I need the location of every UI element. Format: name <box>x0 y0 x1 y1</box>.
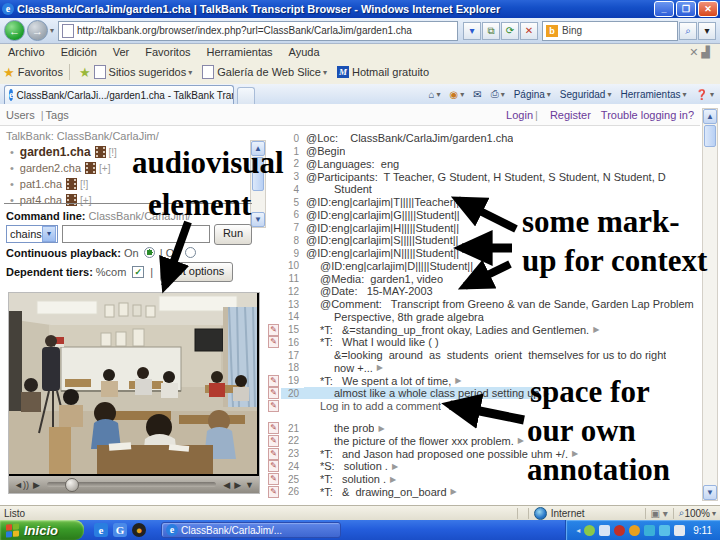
tray-messenger-icon[interactable] <box>659 525 670 536</box>
minimize-button[interactable]: _ <box>654 1 674 17</box>
restore-button[interactable]: ❐ <box>676 1 696 17</box>
address-dropdown-button[interactable]: ▾ <box>463 22 481 40</box>
zoom-level[interactable]: 100% <box>684 508 710 519</box>
edit-comment-icon[interactable]: ✎ <box>268 375 279 387</box>
address-input[interactable]: http://talkbank.org/browser/index.php?ur… <box>58 21 458 41</box>
tray-antivirus-icon[interactable] <box>614 525 625 536</box>
toplink-tags[interactable]: Tags <box>46 109 69 121</box>
play-segment-icon[interactable]: ▶ <box>392 462 398 471</box>
page-scrollbar[interactable]: ▲ ▼ <box>702 108 718 501</box>
file-marker[interactable]: [+] <box>99 163 110 174</box>
feeds-icon[interactable]: ◉▾ <box>450 89 465 100</box>
set-options-button[interactable]: Set options <box>160 262 233 282</box>
film-icon[interactable] <box>66 178 77 190</box>
edit-comment-icon[interactable]: ✎ <box>268 324 279 336</box>
edit-comment-icon[interactable]: ✎ <box>268 400 279 412</box>
run-button[interactable]: Run <box>214 224 252 245</box>
edit-comment-icon[interactable]: ✎ <box>268 422 279 434</box>
video-player[interactable]: ◄)) ▶ ◀ ▶ ▼ <box>8 292 260 494</box>
stop-button[interactable]: ✕ <box>520 22 538 40</box>
film-icon[interactable] <box>95 146 106 158</box>
scroll-down-icon[interactable]: ▼ <box>703 485 717 500</box>
scroll-down-icon[interactable]: ▼ <box>251 212 265 227</box>
favorites-label[interactable]: Favoritos <box>18 66 63 78</box>
auth-link[interactable]: Register <box>550 109 591 121</box>
add-favorite-star-icon[interactable]: ★ <box>79 65 91 80</box>
scroll-thumb[interactable] <box>704 125 716 147</box>
menu-item-edición[interactable]: Edición <box>53 46 105 58</box>
new-tab-button[interactable] <box>237 87 255 104</box>
edit-comment-icon[interactable]: ✎ <box>268 486 279 498</box>
film-icon[interactable] <box>66 194 77 206</box>
refresh-button[interactable]: ⟳ <box>501 22 519 40</box>
seek-thumb[interactable] <box>65 478 79 492</box>
tab-active[interactable]: e ClassBank/CarlaJi.../garden1.cha - Tal… <box>4 85 234 104</box>
tray-network-icon[interactable] <box>644 525 655 536</box>
step-forward-icon[interactable]: ▶ <box>234 480 241 490</box>
film-icon[interactable] <box>85 162 96 174</box>
search-input[interactable]: b Bing <box>542 21 678 41</box>
mute-icon[interactable]: ◄)) <box>14 480 29 490</box>
commandbar-herramientas[interactable]: Herramientas▾ <box>620 89 686 100</box>
commandbar-página[interactable]: Página▾ <box>514 89 551 100</box>
start-button[interactable]: Inicio <box>0 520 84 540</box>
video-seek-slider[interactable] <box>47 482 216 487</box>
on-radio[interactable] <box>144 247 155 258</box>
edit-comment-icon[interactable]: ✎ <box>268 387 279 399</box>
browser-quicklaunch-icon[interactable]: G <box>113 523 127 537</box>
close-button[interactable]: ✕ <box>698 1 718 17</box>
edit-comment-icon[interactable]: ✎ <box>268 473 279 485</box>
tray-monitor-icon[interactable] <box>674 525 685 536</box>
menu-item-ver[interactable]: Ver <box>105 46 138 58</box>
step-back-icon[interactable]: ◀ <box>223 480 230 490</box>
nav-history-dropdown-icon[interactable]: ▾ <box>50 26 54 35</box>
play-segment-icon[interactable]: ▶ <box>378 424 384 433</box>
edit-comment-icon[interactable]: ✎ <box>268 435 279 447</box>
favorites-item[interactable]: Galería de Web Slice▾ <box>202 65 327 79</box>
taskbar-task-button[interactable]: e ClassBank/CarlaJim/... <box>161 522 341 538</box>
play-segment-icon[interactable]: ▶ <box>593 325 599 334</box>
home-icon[interactable]: ⌂▾ <box>428 89 440 100</box>
back-button[interactable]: ← <box>4 20 25 41</box>
print-icon[interactable]: ⎙▾ <box>491 88 505 100</box>
video-menu-icon[interactable]: ▼ <box>245 480 254 490</box>
play-segment-icon[interactable]: ▶ <box>377 363 383 372</box>
favorites-item[interactable]: Sitios sugeridos▾ <box>94 65 193 79</box>
forward-button[interactable]: → <box>27 20 48 41</box>
menu-item-ayuda[interactable]: Ayuda <box>281 46 328 58</box>
page-mode-icon[interactable]: ▣ ▾ <box>651 508 668 519</box>
ie-quicklaunch-icon[interactable]: e <box>94 523 108 537</box>
edit-comment-icon[interactable]: ✎ <box>268 448 279 460</box>
file-name[interactable]: garden1.cha <box>20 145 91 159</box>
edit-comment-icon[interactable]: ✎ <box>268 336 279 348</box>
mail-icon[interactable]: ✉ <box>473 89 481 100</box>
auth-link[interactable]: Trouble logging in? <box>601 109 694 121</box>
compatibility-button[interactable]: ⧉ <box>482 22 500 40</box>
scroll-up-icon[interactable]: ▲ <box>703 109 717 124</box>
auth-link[interactable]: Login <box>506 109 533 121</box>
commandbar-seguridad[interactable]: Seguridad▾ <box>560 89 612 100</box>
command-input[interactable] <box>62 225 210 243</box>
play-segment-icon[interactable]: ▶ <box>518 436 524 445</box>
search-dropdown-button[interactable]: ▾ <box>698 22 716 40</box>
play-segment-icon[interactable]: ▶ <box>390 475 396 484</box>
tray-chevron-icon[interactable]: ◂ <box>576 526 580 535</box>
off-radio[interactable] <box>185 247 196 258</box>
favorites-item[interactable]: MHotmail gratuito <box>337 66 429 78</box>
play-segment-icon[interactable]: ▶ <box>451 487 457 496</box>
file-name[interactable]: pat4.cha <box>20 194 62 206</box>
file-marker[interactable]: [!] <box>80 179 88 190</box>
toplink-users[interactable]: Users <box>6 109 35 121</box>
zoom-dropdown-icon[interactable]: ▾ <box>712 509 716 518</box>
tier-checkbox[interactable]: ✓ <box>132 266 144 278</box>
chains-select[interactable]: chains ▾ <box>6 225 58 243</box>
play-segment-icon[interactable]: ▶ <box>455 376 461 385</box>
tray-display-icon[interactable] <box>599 525 610 536</box>
file-marker[interactable]: [!] <box>109 147 117 158</box>
edit-comment-icon[interactable]: ✎ <box>268 460 279 472</box>
file-name[interactable]: garden2.cha <box>20 162 81 174</box>
media-quicklaunch-icon[interactable]: ● <box>132 523 146 537</box>
search-button[interactable]: ⌕ <box>679 22 697 40</box>
menu-item-herramientas[interactable]: Herramientas <box>199 46 281 58</box>
play-icon[interactable]: ▶ <box>33 480 40 490</box>
